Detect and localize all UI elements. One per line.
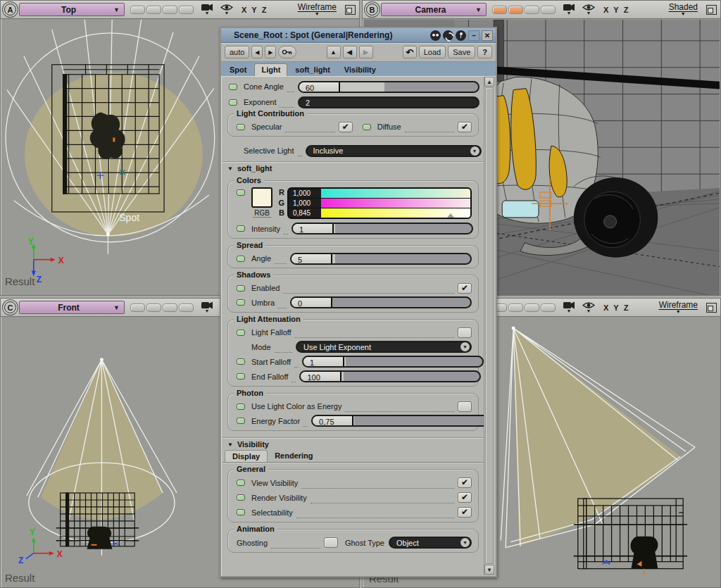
specular-checkbox[interactable]: ✔ <box>339 122 353 132</box>
viewport-view-menu[interactable]: Top ▼ <box>19 3 125 16</box>
maximize-viewport-icon[interactable] <box>345 5 356 15</box>
animation-divot[interactable] <box>237 225 245 232</box>
camera-icon[interactable]: ▼ <box>201 4 213 15</box>
eye-icon[interactable]: ▼ <box>582 4 595 15</box>
start-falloff-slider[interactable]: 1 <box>302 356 484 368</box>
panel-scrollbar[interactable]: ▲ ▼ <box>484 77 494 575</box>
axis-toggle-x[interactable]: X <box>603 304 608 312</box>
animation-divot[interactable] <box>237 358 245 365</box>
selectability-checkbox[interactable]: ✔ <box>458 507 472 518</box>
falloff-mode-dropdown[interactable]: Use Light Exponent ▼ <box>296 341 472 353</box>
camera-icon[interactable]: ▼ <box>563 4 575 15</box>
animation-divot[interactable] <box>237 494 245 501</box>
minimize-icon[interactable]: – <box>468 30 479 41</box>
save-button[interactable]: Save <box>448 46 475 58</box>
undo-icon[interactable]: ↶ <box>403 46 417 58</box>
display-mode-menu[interactable]: Wireframe ▼ <box>298 3 337 16</box>
tab-visibility[interactable]: Visibility <box>338 64 382 76</box>
soft-light-section-header[interactable]: ▼ soft_light <box>222 161 484 174</box>
animation-divot[interactable] <box>363 124 371 130</box>
axis-toggle-x[interactable]: X <box>242 6 246 14</box>
memo-cam-buttons[interactable] <box>492 6 556 14</box>
axis-toggle-y[interactable]: Y <box>613 304 618 312</box>
axis-toggle-z[interactable]: Z <box>624 6 629 14</box>
rgb-mode-button[interactable]: RGB <box>253 209 271 218</box>
use-light-color-checkbox[interactable] <box>458 401 472 412</box>
viewport-letter-badge[interactable]: B <box>366 4 378 15</box>
auto-keying-button[interactable]: auto <box>225 46 249 58</box>
animation-divot[interactable] <box>237 299 245 306</box>
animation-divot[interactable] <box>237 189 245 196</box>
eye-icon[interactable]: ▼ <box>582 301 595 313</box>
animation-divot[interactable] <box>237 124 245 130</box>
blue-gradient-slider[interactable] <box>321 208 470 218</box>
next-key-icon[interactable]: ▶ <box>265 46 276 58</box>
memo-cam-buttons[interactable] <box>130 304 194 312</box>
spread-angle-slider[interactable]: 5 <box>290 253 472 265</box>
energy-factor-slider[interactable]: 0,75 <box>311 415 484 427</box>
help-button[interactable]: ? <box>477 46 492 58</box>
viewport-view-menu[interactable]: Front ▼ <box>19 301 125 314</box>
diffuse-checkbox[interactable]: ✔ <box>458 122 472 132</box>
tab-spot[interactable]: Spot <box>223 64 253 76</box>
panel-title-bar[interactable]: Scene_Root : Spot (General|Rendering) – … <box>221 28 496 43</box>
cone-angle-slider[interactable]: 60 <box>298 81 479 93</box>
prev-key-icon[interactable]: ◀ <box>251 46 263 58</box>
animation-divot[interactable] <box>237 256 245 262</box>
shadows-enabled-checkbox[interactable]: ✔ <box>458 283 472 294</box>
animation-divot[interactable] <box>237 373 245 380</box>
ghosting-checkbox[interactable] <box>324 537 338 548</box>
light-color-swatch[interactable] <box>251 187 272 208</box>
ghost-type-dropdown[interactable]: Object ▼ <box>389 537 472 549</box>
animation-divot[interactable] <box>237 285 245 292</box>
spot-light-point[interactable] <box>100 358 104 361</box>
animation-divot[interactable] <box>237 480 245 486</box>
green-gradient-slider[interactable] <box>321 199 470 208</box>
nav-forward-icon[interactable]: ▶ <box>359 46 373 58</box>
view-visibility-checkbox[interactable]: ✔ <box>458 477 472 488</box>
umbra-slider[interactable]: 0 <box>290 296 472 308</box>
key-icon[interactable] <box>278 46 296 58</box>
red-gradient-slider[interactable] <box>321 189 470 198</box>
scroll-up-icon[interactable]: ▲ <box>484 77 494 87</box>
viewport-letter-badge[interactable]: C <box>4 301 16 313</box>
tab-soft-light[interactable]: soft_light <box>289 64 337 76</box>
axis-toggle-z[interactable]: Z <box>262 6 267 14</box>
camera-icon[interactable]: ▼ <box>563 301 575 313</box>
maximize-viewport-icon[interactable] <box>706 303 717 313</box>
axis-toggle-y[interactable]: Y <box>251 6 256 14</box>
eye-icon[interactable]: ▼ <box>220 4 233 15</box>
scroll-down-icon[interactable]: ▼ <box>484 565 494 575</box>
maximize-viewport-icon[interactable] <box>706 5 717 15</box>
lock-icon[interactable] <box>456 30 466 41</box>
nav-up-icon[interactable]: ▲ <box>327 46 341 58</box>
axis-toggle-z[interactable]: Z <box>624 304 629 312</box>
animation-divot[interactable] <box>229 84 237 90</box>
green-value[interactable]: 1,000 <box>289 199 321 208</box>
spot-light-point[interactable] <box>106 232 110 236</box>
animation-divot[interactable] <box>237 418 245 424</box>
red-value[interactable]: 1,000 <box>289 189 321 198</box>
animation-divot[interactable] <box>237 509 245 515</box>
blue-value[interactable]: 0,845 <box>289 208 321 218</box>
selective-light-dropdown[interactable]: Inclusive ▼ <box>306 145 482 157</box>
exponent-input[interactable]: 2 <box>298 96 479 108</box>
recycle-icon[interactable] <box>443 30 453 41</box>
visibility-section-header[interactable]: ▼ Visibility <box>222 437 484 450</box>
spot-light-point[interactable] <box>512 326 515 330</box>
viewport-letter-badge[interactable]: A <box>4 4 16 15</box>
end-falloff-slider[interactable]: 100 <box>299 370 481 382</box>
tab-display[interactable]: Display <box>225 450 268 462</box>
animation-divot[interactable] <box>229 99 237 106</box>
viewport-view-menu[interactable]: Camera ▼ <box>381 3 487 16</box>
animation-divot[interactable] <box>237 404 245 410</box>
light-falloff-checkbox[interactable] <box>458 327 472 338</box>
display-mode-menu[interactable]: Wireframe ▼ <box>659 301 698 314</box>
animation-divot[interactable] <box>237 330 245 336</box>
axis-toggle-y[interactable]: Y <box>613 6 618 14</box>
axis-toggle-x[interactable]: X <box>603 6 608 14</box>
slider-handle-icon[interactable] <box>447 213 454 218</box>
close-icon[interactable]: ✕ <box>482 30 493 41</box>
nav-back-icon[interactable]: ◀ <box>343 46 357 58</box>
memo-cam-buttons[interactable] <box>130 6 194 14</box>
